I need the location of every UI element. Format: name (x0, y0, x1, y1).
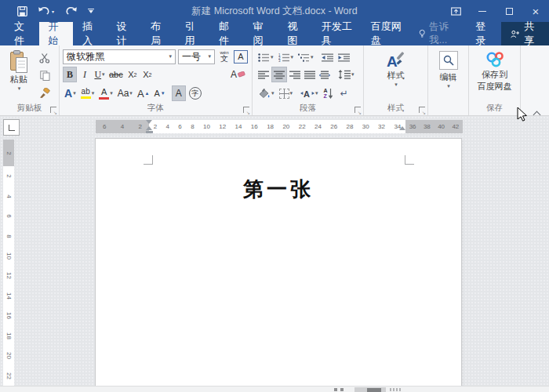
asian-layout-dropdown-icon: ▾ (315, 90, 318, 96)
ribbon-tab-bar: 文件开始插入设计布局引用邮件审阅视图开发工具百度网盘 告诉我... 登录 共享 (0, 22, 549, 45)
ribbon: 粘贴 ▾ 剪贴板 微软雅黑 ▾ 一号 (0, 45, 549, 116)
tab-selector-button[interactable] (3, 119, 20, 136)
tab-insert[interactable]: 插入 (73, 22, 107, 45)
align-center-button[interactable] (271, 67, 287, 82)
styles-button[interactable]: A 样式 ▾ (364, 51, 427, 88)
document-heading-text[interactable]: 第一张 (96, 176, 461, 203)
ruler-number: 4 (166, 123, 169, 130)
font-name-combo[interactable]: 微软雅黑 ▾ (63, 49, 176, 64)
asian-layout-button[interactable]: A ▾ (299, 85, 320, 101)
justify-button[interactable] (303, 67, 317, 82)
show-hide-marks-button[interactable]: ↵ (337, 85, 351, 101)
decrease-indent-button[interactable] (320, 49, 335, 65)
tab-home[interactable]: 开始 (39, 22, 74, 45)
ruler-number: 10 (5, 252, 13, 260)
font-dialog-launcher-icon[interactable] (243, 107, 249, 113)
strikethrough-button[interactable]: abc (107, 67, 125, 82)
bullets-button[interactable]: ▾ (256, 49, 275, 65)
highlight-color-button[interactable]: ab ▾ (79, 85, 96, 101)
tab-references[interactable]: 引用 (176, 22, 210, 45)
vertical-ruler[interactable]: 2 246810121416182022 (3, 140, 14, 386)
clear-formatting-button[interactable]: A (229, 67, 247, 82)
hanging-indent-marker[interactable] (146, 126, 152, 130)
bold-button[interactable]: B (63, 67, 77, 82)
text-effects-button[interactable]: A ▾ (63, 85, 78, 101)
save-icon[interactable] (17, 6, 27, 16)
font-group-label: 字体 (60, 103, 252, 114)
superscript-button[interactable]: X2 (140, 67, 155, 82)
italic-button[interactable]: I (78, 67, 92, 82)
underline-letter: U (94, 69, 101, 81)
shading-button[interactable]: ▾ (256, 85, 276, 101)
tab-file[interactable]: 文件 (5, 22, 39, 45)
paste-button[interactable]: 粘贴 ▾ (5, 50, 33, 92)
font-size-combo[interactable]: 一号 ▾ (178, 49, 215, 64)
editing-button[interactable]: 编辑 ▾ (428, 51, 468, 89)
line-spacing-button[interactable]: ▾ (336, 67, 356, 82)
paragraph-dialog-launcher-icon[interactable] (354, 107, 361, 113)
close-button[interactable]: × (522, 0, 549, 22)
customize-quick-access-toolbar-button[interactable] (88, 9, 94, 13)
align-right-button[interactable] (288, 67, 302, 82)
distribute-button[interactable] (318, 67, 332, 82)
status-mark (390, 388, 402, 391)
maximize-button[interactable] (496, 0, 522, 22)
tab-developer[interactable]: 开发工具 (312, 22, 362, 45)
character-border-button[interactable]: A (234, 50, 248, 64)
ruler-number: 20 (5, 352, 13, 359)
copy-button[interactable] (38, 67, 52, 83)
save-to-baidu-button[interactable]: 保存到 百度网盘 (469, 51, 520, 93)
enclose-characters-button[interactable]: 字 (187, 85, 203, 101)
highlight-icon: ab (81, 88, 91, 99)
ruler-number: 30 (362, 123, 369, 130)
shading-dropdown-icon: ▾ (271, 90, 274, 96)
numbering-button[interactable]: 123 ▾ (277, 49, 296, 65)
multilevel-list-button[interactable]: ▾ (296, 49, 315, 65)
left-indent-marker[interactable] (146, 131, 153, 133)
clipboard-dialog-launcher-icon[interactable] (50, 107, 56, 113)
tab-mailings[interactable]: 邮件 (209, 22, 244, 45)
lightbulb-icon (419, 28, 426, 39)
change-case-button[interactable]: Aa ▾ (116, 85, 134, 101)
undo-dropdown-icon[interactable]: ▾ (52, 9, 54, 14)
paste-dropdown-icon: ▾ (18, 85, 21, 92)
tab-layout[interactable]: 布局 (141, 22, 176, 45)
vruler-top-margin: 2 (3, 140, 14, 166)
tab-review[interactable]: 审阅 (244, 22, 278, 45)
paste-label: 粘贴 (10, 74, 27, 85)
increase-indent-icon (338, 53, 350, 62)
tab-baidu-netdisk[interactable]: 百度网盘 (362, 22, 411, 45)
first-line-indent-marker[interactable] (146, 120, 152, 124)
subscript-small: 2 (133, 72, 136, 78)
tab-design[interactable]: 设计 (107, 22, 142, 45)
shrink-font-button[interactable]: A▼ (153, 85, 167, 101)
right-indent-marker[interactable] (399, 126, 405, 130)
format-painter-button[interactable] (38, 85, 52, 100)
text-boundary-mark-left-icon (144, 155, 153, 165)
phonetic-guide-button[interactable]: wén 文 (217, 49, 231, 64)
subscript-button[interactable]: X2 (125, 67, 140, 82)
font-color-button[interactable]: A ▾ (97, 85, 115, 101)
character-shading-button[interactable]: A (172, 85, 186, 101)
align-left-button[interactable] (256, 67, 271, 82)
ruler-left-margin: 642 (96, 120, 149, 133)
ribbon-display-options-button[interactable] (442, 0, 469, 22)
tab-view[interactable]: 视图 (278, 22, 312, 45)
tell-me-button[interactable]: 告诉我... (411, 22, 467, 45)
share-button[interactable]: 共享 (501, 22, 549, 45)
undo-button[interactable]: ▾ (38, 6, 54, 16)
borders-button[interactable]: ▾ (278, 85, 295, 101)
redo-button[interactable] (65, 6, 77, 16)
sort-button[interactable]: A Z (322, 85, 336, 101)
vruler-body: 246810121416182022 (3, 166, 14, 386)
underline-button[interactable]: U ▾ (93, 67, 107, 82)
cut-button[interactable] (38, 50, 52, 66)
sign-in-button[interactable]: 登录 (466, 22, 501, 45)
minimize-button[interactable] (469, 0, 496, 22)
decrease-indent-icon (322, 53, 333, 62)
grow-font-button[interactable]: A▲ (136, 85, 151, 101)
styles-dialog-launcher-icon[interactable] (419, 107, 425, 113)
document-page[interactable]: 第一张 (96, 139, 461, 386)
editing-dropdown-icon: ▾ (447, 83, 450, 89)
increase-indent-button[interactable] (336, 49, 351, 65)
